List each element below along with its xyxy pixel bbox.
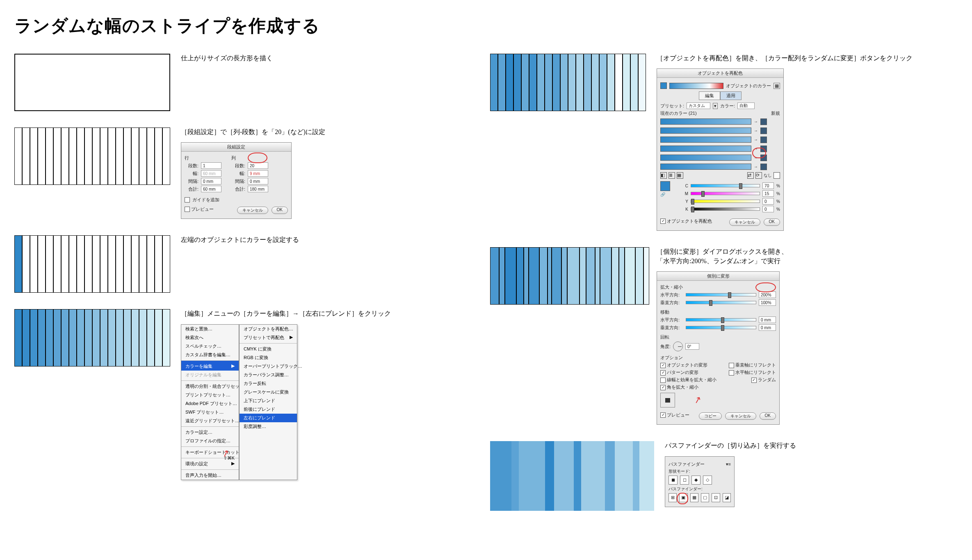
ok-button[interactable]: OK xyxy=(764,219,780,226)
menu-item[interactable]: カラーバランス調整… xyxy=(240,371,297,379)
random-color-button[interactable]: ⇄ xyxy=(747,172,754,179)
ok-button[interactable]: OK xyxy=(760,412,776,420)
menu-item[interactable]: RGB に変換 xyxy=(240,353,297,362)
target-swatch[interactable] xyxy=(760,118,767,125)
menu-item[interactable]: プリントプリセット… xyxy=(181,391,239,399)
panel-menu-icon[interactable]: ▾≡ xyxy=(726,462,731,467)
menu-item[interactable]: プリセットで再配色▶ xyxy=(240,333,297,342)
menu-item[interactable]: 上下にブレンド xyxy=(240,396,297,405)
h-scale-field[interactable]: 200% xyxy=(759,291,776,298)
anchor-grid[interactable] xyxy=(660,393,675,407)
tool-icon[interactable]: ≣ xyxy=(669,172,675,179)
stripe-cell xyxy=(490,441,511,511)
stripe-cell xyxy=(108,235,116,293)
preview-checkbox[interactable] xyxy=(660,412,666,418)
menu-item[interactable]: 遠近グリッドプリセット… xyxy=(181,417,239,425)
target-swatch[interactable] xyxy=(760,127,767,134)
random-checkbox[interactable] xyxy=(751,378,757,383)
cols-field[interactable]: 20 xyxy=(248,162,268,169)
tool-icon[interactable]: ◧ xyxy=(660,172,667,179)
v-scale-slider[interactable] xyxy=(686,301,756,304)
menu-item[interactable]: オブジェクトを再配色… xyxy=(240,325,297,333)
menu-item[interactable]: CMYK に変換 xyxy=(240,343,297,353)
y-slider[interactable] xyxy=(691,200,760,203)
stripe-cell xyxy=(599,54,607,111)
tab-apply[interactable]: 適用 xyxy=(720,91,742,100)
angle-dial[interactable] xyxy=(673,341,683,351)
intersect-icon[interactable]: ◆ xyxy=(691,476,700,485)
target-swatch[interactable] xyxy=(760,164,767,170)
trim-icon[interactable]: ▣ xyxy=(679,493,687,502)
merge-icon[interactable]: ▦ xyxy=(690,493,698,502)
none-swatch-icon[interactable] xyxy=(773,172,780,179)
stripe-cell xyxy=(116,235,123,293)
step7-caption: パスファインダーの［切り込み］を実行する xyxy=(665,441,949,450)
divide-icon[interactable]: ⊞ xyxy=(669,493,677,502)
tab-edit[interactable]: 編集 xyxy=(699,91,720,100)
recolor-color-bar[interactable] xyxy=(660,146,751,152)
menu-item[interactable]: 彩度調整… xyxy=(240,422,297,431)
random-sat-button[interactable]: ⟳ xyxy=(755,172,762,179)
stripe-cell xyxy=(619,247,625,305)
preset-select[interactable]: カスタム xyxy=(687,102,710,109)
menu-item[interactable]: SWF プリセット… xyxy=(181,408,239,417)
cancel-button[interactable]: キャンセル xyxy=(237,207,268,214)
crop-icon[interactable]: ▢ xyxy=(701,493,709,502)
menu-item[interactable]: スペルチェック… xyxy=(181,342,239,351)
menu-item[interactable]: 検索次へ xyxy=(181,333,239,342)
target-swatch[interactable] xyxy=(760,155,767,161)
target-swatch[interactable] xyxy=(760,146,767,152)
v-move-slider[interactable] xyxy=(686,326,756,329)
swatch-picker-icon[interactable]: ▦ xyxy=(773,83,780,89)
color-select[interactable]: 自動 xyxy=(737,102,755,109)
unite-icon[interactable]: ◼ xyxy=(669,476,678,485)
menu-item[interactable]: 検索と置換… xyxy=(181,325,239,333)
menu-item[interactable]: オーバープリントブラック… xyxy=(240,362,297,371)
recolor-checkbox[interactable] xyxy=(660,219,666,224)
m-slider[interactable] xyxy=(691,192,760,195)
menu-item[interactable]: グレースケールに変換 xyxy=(240,388,297,396)
menu-item[interactable]: 左右にブレンド xyxy=(240,414,297,422)
cancel-button[interactable]: キャンセル xyxy=(729,219,760,226)
guide-checkbox[interactable] xyxy=(185,197,190,203)
rows-field[interactable]: 1 xyxy=(201,162,221,169)
recolor-color-bar[interactable] xyxy=(660,127,751,134)
stripe-cell xyxy=(100,127,108,185)
dropdown-icon[interactable]: ▾ xyxy=(713,103,718,109)
recolor-color-bar[interactable] xyxy=(660,118,751,125)
menu-item[interactable]: カラーを編集▶ xyxy=(181,360,239,371)
menu-item[interactable]: 音声入力を開始… xyxy=(181,469,239,480)
menu-item[interactable]: Adobe PDF プリセット… xyxy=(181,399,239,408)
menu-item[interactable]: カラー反転 xyxy=(240,379,297,388)
stripe-cell xyxy=(123,309,131,367)
h-scale-slider[interactable] xyxy=(686,293,756,296)
stripe-cell xyxy=(580,247,586,305)
minus-front-icon[interactable]: ◻ xyxy=(680,476,689,485)
menu-item[interactable]: プロファイルの指定… xyxy=(181,437,239,445)
stripe-cell xyxy=(30,127,38,185)
recolor-color-bar[interactable] xyxy=(660,155,751,161)
menu-item[interactable]: 前後にブレンド xyxy=(240,405,297,414)
stripe-cell xyxy=(30,309,38,367)
stripe-cell xyxy=(46,127,53,185)
stripe-cell xyxy=(545,54,552,111)
cancel-button[interactable]: キャンセル xyxy=(725,412,756,420)
h-move-slider[interactable] xyxy=(686,318,756,321)
k-slider[interactable] xyxy=(691,207,760,211)
outline-icon[interactable]: ⊡ xyxy=(712,493,720,502)
menu-item[interactable]: カスタム辞書を編集… xyxy=(181,351,239,359)
recolor-color-bar[interactable] xyxy=(660,137,751,143)
step-1: 仕上がりサイズの長方形を描く xyxy=(14,54,474,111)
minus-back-icon[interactable]: ◪ xyxy=(723,493,731,502)
exclude-icon[interactable]: ◇ xyxy=(703,476,712,485)
c-slider[interactable] xyxy=(691,184,760,187)
preview-checkbox[interactable] xyxy=(185,207,190,212)
stripe-cell xyxy=(607,54,615,111)
copy-button[interactable]: コピー xyxy=(699,412,722,420)
recolor-color-bar[interactable] xyxy=(660,164,751,170)
target-swatch[interactable] xyxy=(760,137,767,143)
ok-button[interactable]: OK xyxy=(272,207,288,214)
tool-icon[interactable]: ▦ xyxy=(677,172,683,179)
menu-item[interactable]: 透明の分割・統合プリセット… xyxy=(181,380,239,391)
menu-item[interactable]: カラー設定… xyxy=(181,426,239,437)
